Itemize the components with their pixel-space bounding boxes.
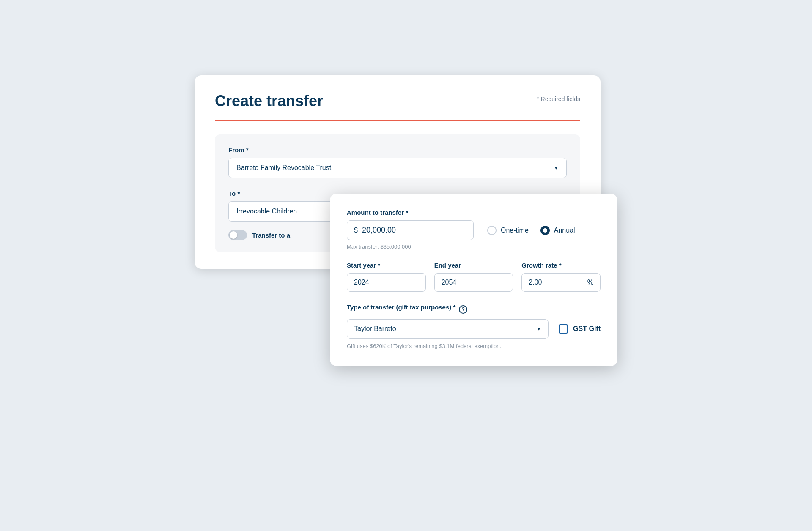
amount-input[interactable] [362, 226, 466, 235]
year-section: Start year * End year Growth rate * % [347, 262, 601, 292]
percent-suffix: % [587, 279, 593, 286]
amount-label: Amount to transfer * [347, 209, 601, 216]
start-year-input-wrapper [347, 273, 426, 292]
type-chevron-icon: ▼ [536, 326, 541, 332]
one-time-option[interactable]: One-time [487, 226, 529, 235]
card-header: Create transfer * Required fields [215, 92, 580, 121]
toggle-knob [230, 231, 237, 239]
type-select-value: Taylor Barreto [354, 325, 396, 333]
help-icon[interactable]: ? [459, 305, 467, 314]
type-label: Type of transfer (gift tax purposes) * [347, 304, 455, 311]
growth-rate-field: Growth rate * % [521, 262, 601, 292]
max-transfer-note: Max transfer: $35,000,000 [347, 244, 601, 250]
growth-rate-label: Growth rate * [521, 262, 601, 269]
start-year-label: Start year * [347, 262, 426, 269]
type-row: Taylor Barreto ▼ GST Gift [347, 319, 601, 339]
amount-transfer-card: Amount to transfer * $ One-time Annual [330, 194, 617, 366]
end-year-label: End year [434, 262, 513, 269]
transfer-to-all-label: Transfer to a [252, 232, 290, 239]
amount-row: $ One-time Annual [347, 220, 601, 240]
annual-label: Annual [554, 227, 575, 234]
type-section: Type of transfer (gift tax purposes) * ?… [347, 304, 601, 349]
one-time-radio[interactable] [487, 226, 497, 235]
to-input[interactable]: Irrevocable Children [228, 201, 338, 222]
exemption-note: Gift uses $620K of Taylor's remaining $3… [347, 343, 601, 349]
end-year-input[interactable] [442, 279, 506, 286]
radio-group: One-time Annual [487, 226, 575, 235]
one-time-label: One-time [501, 227, 529, 234]
gst-gift-label: GST Gift [573, 325, 601, 333]
from-label: From * [228, 146, 567, 153]
annual-radio[interactable] [540, 226, 550, 235]
annual-option[interactable]: Annual [540, 226, 575, 235]
amount-input-wrapper: $ [347, 220, 474, 240]
end-year-input-wrapper [434, 273, 513, 292]
type-label-row: Type of transfer (gift tax purposes) * ? [347, 304, 601, 315]
growth-rate-input[interactable] [529, 279, 587, 286]
start-year-field: Start year * [347, 262, 426, 292]
to-input-value: Irrevocable Children [236, 208, 297, 215]
type-select[interactable]: Taylor Barreto ▼ [347, 319, 549, 339]
gst-gift-row: GST Gift [559, 324, 601, 334]
amount-section: Amount to transfer * $ One-time Annual [347, 209, 601, 250]
start-year-input[interactable] [354, 279, 419, 286]
from-select-value: Barreto Family Revocable Trust [236, 164, 331, 172]
growth-rate-input-wrapper: % [521, 273, 601, 292]
gst-gift-checkbox[interactable] [559, 324, 568, 334]
from-chevron-icon: ▼ [554, 165, 559, 171]
from-select[interactable]: Barreto Family Revocable Trust ▼ [228, 158, 567, 178]
page-title: Create transfer [215, 92, 323, 110]
transfer-to-all-toggle[interactable] [228, 230, 247, 240]
required-note: * Required fields [537, 96, 580, 102]
end-year-field: End year [434, 262, 513, 292]
dollar-sign: $ [354, 227, 358, 234]
